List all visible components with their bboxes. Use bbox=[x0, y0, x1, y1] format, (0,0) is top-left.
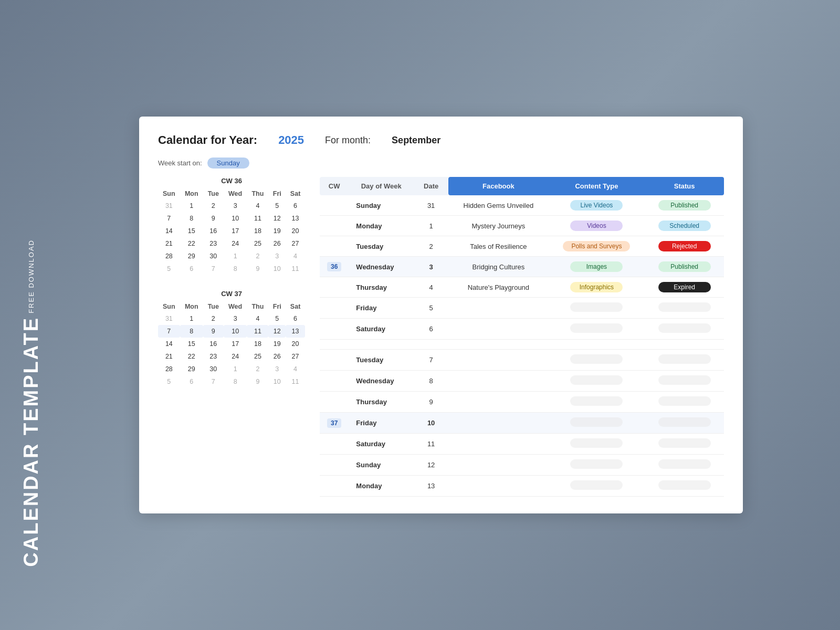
empty-status-badge bbox=[658, 354, 711, 364]
cal-day: 3 bbox=[224, 312, 247, 325]
row-facebook bbox=[448, 434, 548, 455]
cal-day: 13 bbox=[286, 325, 305, 338]
row-status bbox=[645, 350, 724, 371]
empty-content-badge bbox=[570, 480, 623, 490]
cal-day: 9 bbox=[247, 375, 268, 388]
cal-day: 19 bbox=[268, 338, 286, 350]
cal-week-row: 21 22 23 24 25 26 27 bbox=[158, 350, 305, 363]
th-status: Status bbox=[645, 177, 724, 195]
row-content-type: Videos bbox=[549, 216, 645, 236]
th-date: Date bbox=[414, 177, 448, 195]
status-badge: Published bbox=[658, 261, 711, 272]
cal-day: 1 bbox=[224, 363, 247, 375]
cal-day: 14 bbox=[158, 225, 180, 237]
empty-content-badge bbox=[570, 375, 623, 385]
schedule-row: Saturday 11 bbox=[320, 434, 724, 455]
row-day: Tuesday bbox=[349, 350, 414, 371]
row-status: Published bbox=[645, 195, 724, 216]
content-type-badge: Images bbox=[570, 261, 623, 272]
cal-week-row: 5 6 7 8 9 10 11 bbox=[158, 262, 305, 275]
cal-day: 18 bbox=[247, 225, 268, 237]
schedule-row: Tuesday 2 Tales of Resilience Polls and … bbox=[320, 236, 724, 257]
row-facebook bbox=[448, 413, 548, 434]
cal-day: 8 bbox=[224, 375, 247, 388]
cal-day: 11 bbox=[247, 212, 268, 225]
cw36-calendar: Sun Mon Tue Wed Thu Fri Sat 31 1 bbox=[158, 188, 305, 275]
empty-status-badge bbox=[658, 459, 711, 469]
row-date: 3 bbox=[414, 257, 448, 277]
cal-header-wed: Wed bbox=[224, 188, 247, 200]
cal-week-row: 5 6 7 8 9 10 11 bbox=[158, 375, 305, 388]
cal-day: 16 bbox=[203, 225, 224, 237]
cal-day: 6 bbox=[180, 262, 203, 275]
row-cw bbox=[320, 298, 349, 319]
cal-day: 22 bbox=[180, 237, 203, 250]
cal-day: 25 bbox=[247, 350, 268, 363]
cal-header-tue: Tue bbox=[203, 301, 224, 312]
cal-day: 18 bbox=[247, 338, 268, 350]
empty-status-badge bbox=[658, 323, 711, 333]
row-cw: 37 bbox=[320, 413, 349, 434]
row-day: Saturday bbox=[349, 434, 414, 455]
row-status bbox=[645, 392, 724, 413]
cal-day: 7 bbox=[203, 375, 224, 388]
row-date: 12 bbox=[414, 455, 448, 476]
content-type-badge: Infographics bbox=[570, 282, 623, 292]
cal-day: 2 bbox=[203, 312, 224, 325]
cal-week-row: 14 15 16 17 18 19 20 bbox=[158, 338, 305, 350]
cal-day: 3 bbox=[224, 200, 247, 212]
cal-day: 12 bbox=[268, 325, 286, 338]
cal-day: 10 bbox=[224, 212, 247, 225]
cw-number-badge: 36 bbox=[327, 262, 341, 271]
cal-day: 8 bbox=[180, 325, 203, 338]
status-badge: Expired bbox=[658, 282, 711, 292]
row-cw bbox=[320, 319, 349, 340]
th-cw: CW bbox=[320, 177, 349, 195]
schedule-section: CW Day of Week Date Facebook Content Typ… bbox=[320, 177, 724, 497]
status-badge: Rejected bbox=[658, 241, 711, 251]
main-layout: CW 36 Sun Mon Tue Wed Thu Fri Sat bbox=[158, 177, 724, 497]
row-status bbox=[645, 319, 724, 340]
row-facebook: Hidden Gems Unveiled bbox=[448, 195, 548, 216]
schedule-table: CW Day of Week Date Facebook Content Typ… bbox=[320, 177, 724, 497]
row-day: Sunday bbox=[349, 455, 414, 476]
cal-header-sun: Sun bbox=[158, 188, 180, 200]
row-status bbox=[645, 413, 724, 434]
cal-day: 22 bbox=[180, 350, 203, 363]
cal-day: 12 bbox=[268, 212, 286, 225]
status-badge: Published bbox=[658, 200, 711, 211]
row-date: 2 bbox=[414, 236, 448, 257]
row-day: Wednesday bbox=[349, 371, 414, 392]
cal-day: 13 bbox=[286, 212, 305, 225]
row-content-type bbox=[549, 455, 645, 476]
row-day: Monday bbox=[349, 216, 414, 236]
row-cw bbox=[320, 277, 349, 298]
cal-header-sat: Sat bbox=[286, 188, 305, 200]
empty-status-badge bbox=[658, 375, 711, 385]
row-content-type bbox=[549, 319, 645, 340]
cal-day: 20 bbox=[286, 338, 305, 350]
cal-header-thu: Thu bbox=[247, 188, 268, 200]
header-year: 2025 bbox=[278, 133, 304, 147]
row-facebook bbox=[448, 350, 548, 371]
cal-week-row: 31 1 2 3 4 5 6 bbox=[158, 200, 305, 212]
row-status bbox=[645, 455, 724, 476]
row-cw bbox=[320, 392, 349, 413]
schedule-row: Monday 1 Mystery Journeys Videos Schedul… bbox=[320, 216, 724, 236]
cal-day: 4 bbox=[247, 200, 268, 212]
sidebar-free-download: FREE DOWNLOAD bbox=[27, 239, 35, 313]
cal-week-row: 28 29 30 1 2 3 4 bbox=[158, 250, 305, 262]
row-facebook bbox=[448, 455, 548, 476]
week-start-button[interactable]: Sunday bbox=[207, 158, 249, 169]
cal-header-thu: Thu bbox=[247, 301, 268, 312]
cal-day: 7 bbox=[158, 212, 180, 225]
cal-day: 27 bbox=[286, 237, 305, 250]
row-status bbox=[645, 298, 724, 319]
cal-day: 6 bbox=[180, 375, 203, 388]
content-type-badge: Live Videos bbox=[570, 200, 623, 211]
cal-day: 26 bbox=[268, 350, 286, 363]
cal-day: 11 bbox=[286, 375, 305, 388]
row-facebook bbox=[448, 298, 548, 319]
row-status: Rejected bbox=[645, 236, 724, 257]
cal-day: 5 bbox=[158, 262, 180, 275]
